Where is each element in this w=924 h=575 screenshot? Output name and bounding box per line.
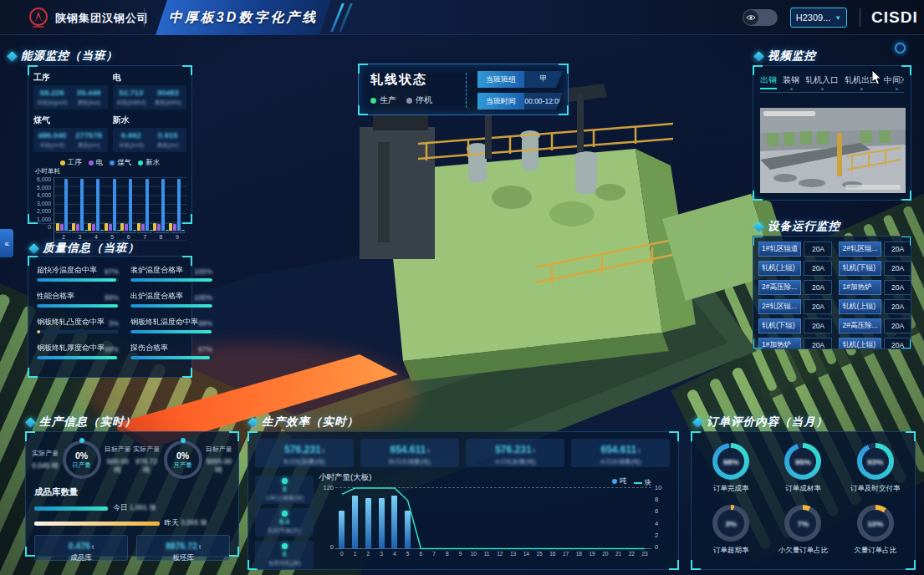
diamond-icon (28, 243, 39, 254)
device-cell: 1#加热炉20A (758, 338, 832, 349)
device-cell: 轧机(上辊)20A (839, 338, 911, 349)
quality-item: 性能合格率99% (37, 291, 119, 308)
energy-group-name: 工序 (33, 72, 108, 84)
production-panel-header: 生产信息（实时） (27, 415, 136, 430)
energy-chart-yticks: 6,0005,0004,0003,0002,0001,0000 (32, 177, 54, 231)
video-panel: 出钢 装钢 轧机入口 轧机出口 中间冷 电加热 (753, 65, 911, 201)
side-stat-card: 8.4轧制节奏(分) (255, 508, 314, 537)
order-donut: 7%小欠量订单占比 (767, 505, 839, 556)
device-cell: 1#加热炉20A (839, 280, 911, 295)
order-donut: 98%订单完成率 (695, 443, 767, 494)
quality-item: 探伤合格率97% (130, 343, 212, 359)
energy-value: 30483 (151, 88, 185, 97)
video-panel-title: 视频监控 (768, 48, 816, 64)
diamond-icon (248, 417, 258, 428)
energy-value-label: 累耗(m³) (151, 141, 185, 150)
energy-value: 68.226 (35, 88, 69, 97)
monthly-output-gauge: 实际产量876.72 吨 0%月产量 目标产量5000.00 吨 (132, 440, 233, 479)
production-panel: 实际产量0.045 吨 0%日产量 目标产量900.00 吨 实际产量876.7… (25, 431, 239, 557)
chart-right-axis: 1086420 (655, 484, 661, 551)
quality-panel-header: 质量信息（当班） (30, 241, 140, 256)
stat-card: 576.231t昨日轧制量(吨) (255, 439, 354, 467)
energy-chart-ylabel: 小时单耗 (35, 167, 60, 176)
energy-group-name: 新水 (113, 114, 187, 126)
energy-value-label: 单耗(kWh/t) (115, 99, 149, 107)
order-donut: 93%订单及时交付率 (840, 443, 911, 494)
finished-goods-box: 0.476t成品库 (34, 535, 128, 561)
diamond-icon (25, 417, 36, 428)
energy-value-label: 累耗(tce) (72, 99, 106, 107)
side-stat-card: 8小时过钢量(块) (255, 476, 314, 504)
order-donut-grid: 98%订单完成率 95%订单成材率 93%订单及时交付率 3%订单超期率 7%小… (692, 432, 915, 556)
energy-group-electricity: 电 52.713单耗(kWh/t) 30483累耗(kWh) (113, 71, 187, 109)
chart-x-axis: 01234567891011121314151617181920212223 (335, 551, 651, 557)
shift-time-ribbon: 当班时间 00:00-12:00 (477, 93, 563, 109)
side-stat-card: 8当前待轧(块) (255, 541, 314, 569)
order-donut: 95%订单成材率 (767, 443, 839, 494)
warehouse-boxes: 0.476t成品库 8876.72t板坯库 (34, 535, 230, 561)
slab-stock-box: 8876.72t板坯库 (136, 535, 230, 561)
cctv-video-frame[interactable] (760, 108, 906, 193)
energy-value-label: 单耗(kgce/t) (35, 99, 69, 107)
stat-card: 576.231t今日轧制量(吨) (466, 439, 564, 467)
energy-group-water: 新水 6.662单耗(m³/t) 0.915累耗(m³) (113, 114, 187, 152)
quality-item: 钢板终轧温度命中率99% (130, 317, 212, 333)
device-cell: 轧机(上辊)20A (758, 261, 832, 276)
quality-panel: 超快冷温度命中率97% 装炉温度合格率100% 性能合格率99% 出炉温度合格率… (28, 256, 192, 378)
sidebar-collapse-tab[interactable]: « (0, 229, 13, 257)
quality-item: 钢板终轧凸度命中率3% (37, 317, 119, 333)
video-panel-header: 视频监控 (755, 48, 816, 64)
indicator-dot-icon (282, 543, 288, 549)
efficiency-stat-cards: 576.231t昨日轧制量(吨) 654.611t昨日出钢量(吨) 576.23… (255, 439, 670, 467)
energy-panel-header: 能源监控（当班） (8, 48, 118, 64)
energy-chart-plot: 23456789 (54, 177, 186, 241)
chart-left-axis: 1200 (317, 484, 334, 551)
quality-panel-title: 质量信息（当班） (43, 241, 140, 256)
stock-title: 成品库数量 (34, 486, 230, 498)
energy-group-gas: 煤气 486.040单耗(m³/t) 277578累耗(m³) (33, 114, 108, 152)
cisdi-logo: CISDI (871, 8, 918, 27)
device-cell: 2#轧区辊...20A (839, 242, 911, 257)
order-donut: 3%订单超期率 (695, 505, 767, 556)
energy-value: 52.713 (115, 88, 149, 97)
indicator-dot-icon (282, 511, 288, 516)
panel-settings-icon[interactable] (895, 43, 906, 53)
diamond-icon (753, 51, 764, 62)
view-selector-dropdown[interactable]: H2309... ▼ (790, 8, 847, 28)
donut-gauge: 0%日产量 (63, 440, 101, 479)
chart-title: 小时产量(大板) (319, 472, 371, 483)
energy-group-process: 工序 68.226单耗(kgce/t) 39.449累耗(tce) (33, 71, 108, 109)
device-cell: 2#高压除...20A (758, 280, 832, 295)
chevron-down-icon: ▼ (835, 14, 841, 22)
page-title-plate: 中厚板3D数字化产线 (156, 0, 331, 35)
visibility-toggle[interactable] (743, 9, 778, 26)
stat-card: 654.611t昨日出钢量(吨) (360, 439, 459, 467)
legend-stopped: 停机 (406, 94, 432, 106)
tab-camera-5[interactable]: 中间冷 (884, 74, 904, 92)
efficiency-panel-header: 生产效率（实时） (249, 415, 359, 430)
chart-plot (335, 487, 651, 549)
legend-production: 生产 (370, 94, 396, 106)
divider (860, 8, 860, 27)
company-logo-icon (28, 7, 49, 28)
energy-value-label: 累耗(kWh) (151, 99, 185, 107)
device-cell: 轧机(下辊)20A (839, 261, 911, 276)
line-status-legend: 生产 停机 (370, 94, 432, 106)
tab-camera-2[interactable]: 装钢 (783, 74, 799, 92)
quality-items: 超快冷温度命中率97% 装炉温度合格率100% 性能合格率99% 出炉温度合格率… (28, 257, 191, 364)
orders-panel-header: 订单评价内容（当月） (694, 415, 828, 430)
energy-metric-groups: 工序 68.226单耗(kgce/t) 39.449累耗(tce) 电 52.7… (28, 66, 191, 157)
quality-item: 装炉温度合格率100% (130, 265, 212, 282)
tab-camera-3[interactable]: 轧机入口 (805, 74, 839, 92)
top-bar: 陕钢集团汉钢公司 中厚板3D数字化产线 H2309... ▼ CISDI (0, 0, 924, 35)
tab-camera-4[interactable]: 轧机出口 (845, 74, 878, 92)
energy-group-name: 电 (113, 72, 187, 84)
view-selector-value: H2309... (796, 13, 831, 23)
production-panel-title: 生产信息（实时） (39, 415, 136, 430)
orders-panel: 98%订单完成率 95%订单成材率 93%订单及时交付率 3%订单超期率 7%小… (691, 431, 916, 570)
quality-item: 钢板终轧厚度命中率98% (37, 343, 119, 359)
tab-camera-1[interactable]: 出钢 (760, 74, 777, 92)
energy-value: 277578 (72, 130, 106, 140)
line-status-title: 轧线状态 (370, 72, 427, 88)
device-cell: 轧机(上辊)20A (839, 299, 911, 314)
